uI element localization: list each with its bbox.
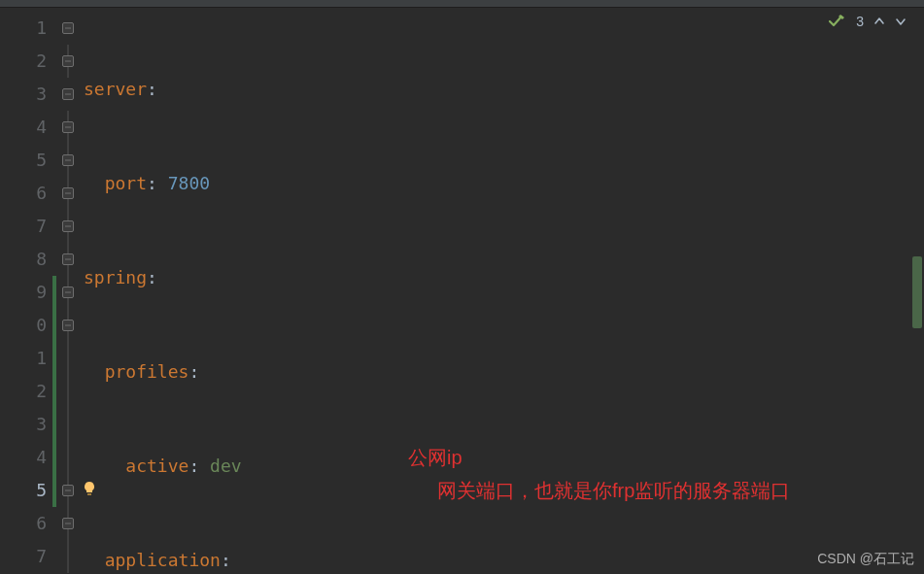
fold-collapse-icon[interactable] <box>62 88 74 100</box>
yaml-key: spring <box>84 267 147 287</box>
line-number[interactable]: 2 <box>0 45 56 78</box>
line-number[interactable]: 1 <box>0 342 56 375</box>
editor-top-separator <box>0 0 924 8</box>
line-number[interactable]: 0 <box>0 309 56 342</box>
line-number[interactable]: 6 <box>0 177 56 210</box>
fold-collapse-icon[interactable] <box>62 253 74 265</box>
colon: : <box>147 79 157 99</box>
fold-collapse-icon[interactable] <box>62 485 74 496</box>
yaml-key: application <box>105 550 221 570</box>
yaml-key: port <box>105 173 147 193</box>
yaml-key: profiles <box>105 361 189 382</box>
fold-collapse-icon[interactable] <box>62 187 74 199</box>
next-problem-icon[interactable] <box>895 16 907 27</box>
svg-rect-0 <box>87 493 91 495</box>
intention-bulb-icon[interactable] <box>82 480 97 500</box>
yaml-number: 7800 <box>168 173 210 193</box>
vcs-change-marker <box>52 276 56 507</box>
colon: : <box>221 550 231 570</box>
line-number-gutter[interactable]: 1 2 3 4 5 6 7 8 9 0 1 2 3 4 5 6 7 <box>0 8 56 574</box>
colon: : <box>188 456 210 476</box>
fold-collapse-icon[interactable] <box>62 154 74 166</box>
code-line[interactable]: spring: <box>80 261 924 294</box>
line-number[interactable]: 5 <box>0 144 56 177</box>
csdn-watermark: CSDN @石工记 <box>807 545 924 574</box>
line-number[interactable]: 7 <box>0 210 56 243</box>
yaml-key: server <box>84 79 147 99</box>
line-number[interactable]: 3 <box>0 78 56 111</box>
annotation-port: 网关端口，也就是你frp监听的服务器端口 <box>437 478 790 504</box>
code-area[interactable]: server: port: 7800 spring: profiles: act… <box>80 8 924 574</box>
problems-widget[interactable]: 3 <box>829 14 907 29</box>
colon: : <box>188 361 199 382</box>
fold-gutter[interactable] <box>56 8 80 574</box>
colon: : <box>147 173 168 193</box>
fold-collapse-icon[interactable] <box>62 55 74 67</box>
line-number[interactable]: 3 <box>0 408 56 441</box>
line-number[interactable]: 2 <box>0 375 56 408</box>
fold-collapse-icon[interactable] <box>62 220 74 232</box>
problems-count: 3 <box>856 14 864 29</box>
line-number[interactable]: 4 <box>0 111 56 144</box>
annotation-ip: 公网ip <box>408 445 462 471</box>
line-number[interactable]: 5 <box>0 474 56 507</box>
fold-collapse-icon[interactable] <box>62 22 74 34</box>
fold-collapse-icon[interactable] <box>62 287 74 298</box>
checkmark-pencil-icon <box>829 15 846 28</box>
prev-problem-icon[interactable] <box>873 16 885 27</box>
line-number[interactable]: 1 <box>0 12 56 45</box>
scrollbar-marker[interactable] <box>912 256 922 328</box>
line-number[interactable]: 7 <box>0 540 56 573</box>
line-number[interactable]: 8 <box>0 243 56 276</box>
fold-collapse-icon[interactable] <box>62 320 74 331</box>
yaml-key: active <box>125 456 188 476</box>
fold-collapse-icon[interactable] <box>62 518 74 529</box>
colon: : <box>147 267 157 287</box>
yaml-value: dev <box>210 456 242 476</box>
code-line[interactable]: profiles: <box>80 355 924 388</box>
line-number[interactable]: 9 <box>0 276 56 309</box>
code-line[interactable]: application: <box>80 544 924 574</box>
code-line[interactable]: server: <box>80 73 924 106</box>
code-editor[interactable]: 1 2 3 4 5 6 7 8 9 0 1 2 3 4 5 6 7 <box>0 8 924 574</box>
fold-collapse-icon[interactable] <box>62 121 74 133</box>
line-number[interactable]: 4 <box>0 441 56 474</box>
code-line[interactable]: port: 7800 <box>80 167 924 200</box>
line-number[interactable]: 6 <box>0 507 56 540</box>
